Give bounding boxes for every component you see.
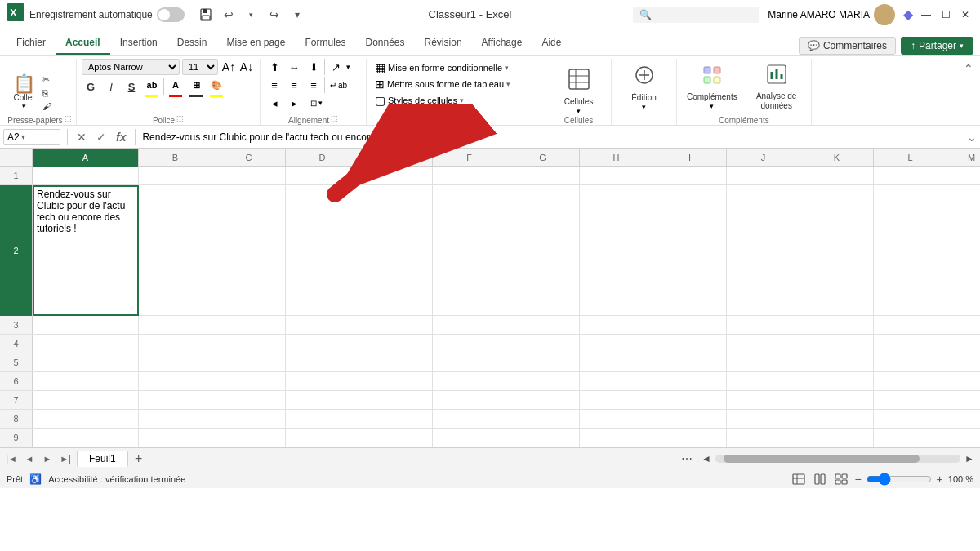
merge-cells-btn[interactable]: ⊡ ▾ bbox=[307, 97, 326, 109]
cell-j3[interactable] bbox=[727, 316, 800, 334]
align-center-btn[interactable]: ≡ bbox=[285, 77, 303, 93]
col-header-h[interactable]: H bbox=[580, 149, 653, 167]
cell-g2[interactable] bbox=[506, 185, 580, 316]
increase-font-btn[interactable]: A↑ bbox=[220, 59, 237, 75]
row-num-9[interactable]: 9 bbox=[0, 429, 33, 447]
cell-m9[interactable] bbox=[947, 429, 980, 447]
share-button[interactable]: ↑ Partager ▾ bbox=[901, 37, 973, 55]
text-angle-btn[interactable]: ↗ bbox=[327, 59, 345, 75]
close-btn[interactable]: ✕ bbox=[957, 7, 973, 23]
cell-c7[interactable] bbox=[212, 391, 286, 409]
indent-decrease-btn[interactable]: ◂ bbox=[265, 95, 283, 111]
cell-l2[interactable] bbox=[874, 185, 947, 316]
cell-i6[interactable] bbox=[653, 372, 727, 390]
cells-button[interactable]: Cellules ▾ bbox=[559, 63, 599, 120]
cell-l6[interactable] bbox=[874, 372, 947, 390]
cell-j6[interactable] bbox=[727, 372, 800, 390]
cell-b5[interactable] bbox=[139, 353, 212, 371]
undo-btn[interactable]: ↩ bbox=[219, 5, 238, 24]
tab-fichier[interactable]: Fichier bbox=[7, 32, 56, 55]
cell-l7[interactable] bbox=[874, 391, 947, 409]
cell-h2[interactable] bbox=[580, 185, 653, 316]
tab-aide[interactable]: Aide bbox=[532, 32, 571, 55]
autosave-toggle[interactable] bbox=[157, 7, 185, 22]
cell-g3[interactable] bbox=[506, 316, 580, 334]
cell-h3[interactable] bbox=[580, 316, 653, 334]
cell-e6[interactable] bbox=[359, 372, 433, 390]
cell-i2[interactable] bbox=[653, 185, 727, 316]
row-num-8[interactable]: 8 bbox=[0, 410, 33, 428]
indent-increase-btn[interactable]: ▸ bbox=[285, 95, 303, 111]
tab-accueil[interactable]: Accueil bbox=[56, 32, 110, 55]
font-color-button[interactable]: A bbox=[167, 76, 185, 94]
scroll-left-btn[interactable]: ◄ bbox=[699, 451, 714, 466]
border-button[interactable]: ⊞ bbox=[187, 76, 205, 94]
cell-g8[interactable] bbox=[506, 410, 580, 428]
cell-m4[interactable] bbox=[947, 335, 980, 353]
col-header-i[interactable]: I bbox=[653, 149, 727, 167]
cell-f9[interactable] bbox=[433, 429, 506, 447]
cell-j7[interactable] bbox=[727, 391, 800, 409]
col-header-l[interactable]: L bbox=[874, 149, 947, 167]
cell-j1[interactable] bbox=[727, 167, 800, 184]
align-middle-btn[interactable]: ↔ bbox=[285, 59, 303, 75]
align-left-btn[interactable]: ≡ bbox=[265, 77, 283, 93]
highlight-button[interactable]: ab bbox=[143, 76, 161, 94]
cell-m6[interactable] bbox=[947, 372, 980, 390]
cell-l4[interactable] bbox=[874, 335, 947, 353]
cell-h9[interactable] bbox=[580, 429, 653, 447]
cell-c6[interactable] bbox=[212, 372, 286, 390]
cell-ref-dropdown[interactable]: ▾ bbox=[21, 132, 25, 141]
cell-h4[interactable] bbox=[580, 335, 653, 353]
cell-b7[interactable] bbox=[139, 391, 212, 409]
cut-button[interactable]: ✂ bbox=[40, 73, 54, 86]
cell-l9[interactable] bbox=[874, 429, 947, 447]
cell-k4[interactable] bbox=[800, 335, 874, 353]
cell-a5[interactable] bbox=[33, 353, 139, 371]
tab-formules[interactable]: Formules bbox=[295, 32, 355, 55]
cell-i5[interactable] bbox=[653, 353, 727, 371]
cell-j2[interactable] bbox=[727, 185, 800, 316]
format-painter-button[interactable]: 🖌 bbox=[40, 100, 54, 112]
cell-d5[interactable] bbox=[286, 353, 359, 371]
col-header-j[interactable]: J bbox=[727, 149, 800, 167]
cell-d2[interactable] bbox=[286, 185, 359, 316]
page-break-view-btn[interactable] bbox=[833, 472, 849, 487]
cell-c4[interactable] bbox=[212, 335, 286, 353]
cell-c1[interactable] bbox=[212, 167, 286, 184]
cell-g7[interactable] bbox=[506, 391, 580, 409]
underline-button[interactable]: S bbox=[122, 78, 140, 96]
complements-button[interactable]: Compléments ▾ bbox=[682, 59, 742, 116]
add-sheet-button[interactable]: + bbox=[130, 450, 148, 468]
text-angle-dropdown[interactable]: ▾ bbox=[346, 63, 350, 71]
cell-a4[interactable] bbox=[33, 335, 139, 353]
cell-j5[interactable] bbox=[727, 353, 800, 371]
cell-d3[interactable] bbox=[286, 316, 359, 334]
page-layout-btn[interactable] bbox=[812, 472, 828, 487]
cell-styles-btn[interactable]: ▢ Styles de cellules ▾ bbox=[372, 93, 514, 108]
italic-button[interactable]: I bbox=[102, 78, 120, 96]
scroll-track[interactable] bbox=[715, 455, 960, 463]
cell-e2[interactable] bbox=[359, 185, 433, 316]
cell-j4[interactable] bbox=[727, 335, 800, 353]
search-box[interactable]: 🔍 bbox=[633, 7, 760, 23]
row-num-5[interactable]: 5 bbox=[0, 353, 33, 371]
cell-a9[interactable] bbox=[33, 429, 139, 447]
cell-k1[interactable] bbox=[800, 167, 874, 184]
col-header-m[interactable]: M bbox=[947, 149, 980, 167]
row-num-7[interactable]: 7 bbox=[0, 391, 33, 409]
cell-b4[interactable] bbox=[139, 335, 212, 353]
cross-btn[interactable]: ✕ bbox=[74, 129, 89, 145]
cell-i1[interactable] bbox=[653, 167, 727, 184]
cell-h7[interactable] bbox=[580, 391, 653, 409]
cell-h5[interactable] bbox=[580, 353, 653, 371]
cell-d1[interactable] bbox=[286, 167, 359, 184]
decrease-font-btn[interactable]: A↓ bbox=[238, 59, 255, 75]
wrap-text-btn[interactable]: ↵ ab bbox=[327, 79, 350, 91]
col-header-c[interactable]: C bbox=[212, 149, 286, 167]
cell-d7[interactable] bbox=[286, 391, 359, 409]
tab-mise-en-page[interactable]: Mise en page bbox=[216, 32, 295, 55]
cell-i7[interactable] bbox=[653, 391, 727, 409]
cell-f7[interactable] bbox=[433, 391, 506, 409]
cell-f2[interactable] bbox=[433, 185, 506, 316]
